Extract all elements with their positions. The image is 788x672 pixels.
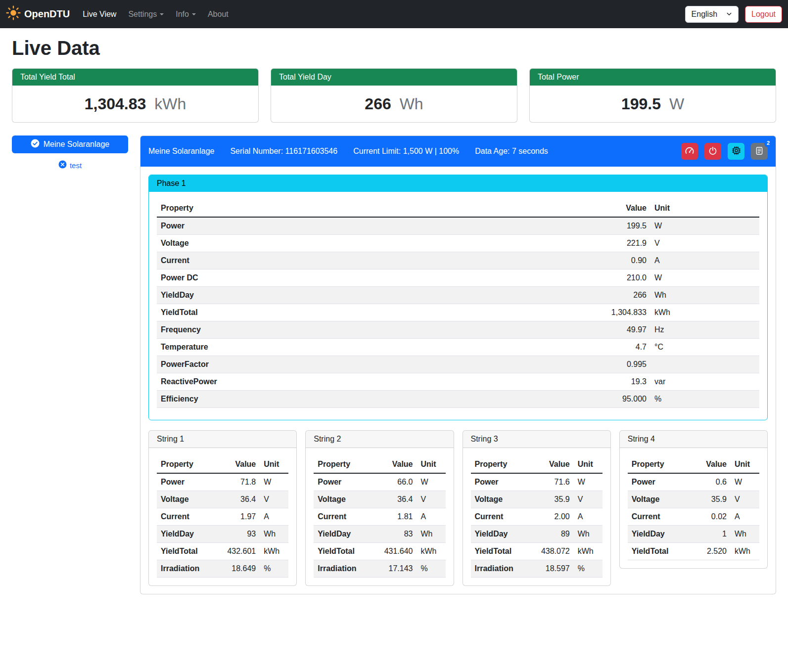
logout-button[interactable]: Logout bbox=[745, 6, 782, 23]
table-header-row: Property Value Unit bbox=[157, 456, 288, 473]
string-card-body: Property Value Unit Power 0.6 bbox=[620, 448, 767, 560]
nav-item-label: Settings bbox=[128, 10, 157, 19]
table-row: Current 2.00 A bbox=[471, 508, 603, 526]
table-row: Power 0.6 W bbox=[628, 473, 759, 491]
brand-name: OpenDTU bbox=[24, 8, 70, 20]
string-card-1: String 1 Property Value Unit bbox=[148, 430, 297, 586]
property-cell: Power bbox=[628, 473, 691, 491]
value-cell: 49.97 bbox=[552, 321, 650, 339]
string-card-title: String 2 bbox=[306, 431, 453, 448]
table-row: YieldTotal 2.520 kWh bbox=[628, 543, 759, 560]
property-cell: YieldDay bbox=[628, 526, 691, 543]
column-header-unit: Unit bbox=[574, 456, 603, 473]
string-table: Property Value Unit Power 71.8 bbox=[157, 456, 288, 578]
unit-cell: W bbox=[731, 473, 759, 491]
string-card-4: String 4 Property Value Unit bbox=[619, 430, 768, 569]
unit-cell: °C bbox=[650, 339, 759, 356]
summary-card-title: Total Yield Total bbox=[12, 69, 258, 86]
table-row: YieldDay 83 Wh bbox=[314, 526, 445, 543]
table-row: Current 0.02 A bbox=[628, 508, 759, 526]
nav-item-info[interactable]: Info bbox=[172, 6, 200, 23]
nav-item-live-view[interactable]: Live View bbox=[79, 6, 120, 23]
property-cell: YieldDay bbox=[157, 287, 552, 304]
property-cell: Irradiation bbox=[157, 560, 220, 578]
table-row: YieldTotal 438.072 kWh bbox=[471, 543, 603, 560]
inverter-select-button[interactable]: Meine Solaranlage bbox=[12, 135, 128, 153]
sidebar-item-test[interactable]: test bbox=[12, 160, 128, 170]
table-row: Current 0.90 A bbox=[157, 252, 759, 269]
table-row: YieldDay 266 Wh bbox=[157, 287, 759, 304]
table-row: Current 1.81 A bbox=[314, 508, 445, 526]
unit-cell: kWh bbox=[731, 543, 759, 560]
table-header-row: Property Value Unit bbox=[314, 456, 445, 473]
property-cell: Power bbox=[157, 473, 220, 491]
unit-cell: W bbox=[650, 269, 759, 287]
nav-item-label: Info bbox=[176, 10, 189, 19]
column-header-unit: Unit bbox=[260, 456, 288, 473]
unit-cell: kWh bbox=[417, 543, 446, 560]
summary-card-total-yield-total: Total Yield Total 1,304.83 kWh bbox=[12, 68, 259, 123]
table-row: Irradiation 17.143 % bbox=[314, 560, 445, 578]
phase-table: Property Value Unit Power 199.5 W bbox=[157, 200, 759, 408]
property-cell: YieldTotal bbox=[157, 543, 220, 560]
inverter-limit: Current Limit: 1,500 W | 100% bbox=[353, 147, 459, 156]
table-row: YieldTotal 432.601 kWh bbox=[157, 543, 288, 560]
property-cell: ReactivePower bbox=[157, 373, 552, 391]
inverter-select-label: Meine Solaranlage bbox=[44, 140, 109, 149]
language-select[interactable]: English bbox=[685, 6, 739, 23]
unit-cell: V bbox=[260, 491, 288, 508]
x-circle-icon[interactable] bbox=[58, 160, 67, 170]
value-cell: 199.5 bbox=[552, 217, 650, 235]
phase-card: Phase 1 Property Value Unit bbox=[148, 175, 768, 420]
nav-item-about[interactable]: About bbox=[204, 6, 232, 23]
nav-item-settings[interactable]: Settings bbox=[124, 6, 168, 23]
unit-cell: kWh bbox=[574, 543, 603, 560]
property-cell: Current bbox=[314, 508, 377, 526]
table-row: Efficiency 95.000 % bbox=[157, 391, 759, 408]
column-header-value: Value bbox=[552, 200, 650, 217]
nav-item-label: Live View bbox=[83, 10, 116, 19]
value-cell: 1.97 bbox=[220, 508, 260, 526]
string-table: Property Value Unit Power 0.6 bbox=[628, 456, 759, 560]
value-cell: 1 bbox=[691, 526, 731, 543]
property-cell: Power bbox=[314, 473, 377, 491]
unit-cell: Wh bbox=[574, 526, 603, 543]
table-header-row: Property Value Unit bbox=[157, 200, 759, 217]
property-cell: Current bbox=[471, 508, 534, 526]
column-header-property: Property bbox=[314, 456, 377, 473]
table-row: Voltage 221.9 V bbox=[157, 235, 759, 252]
property-cell: YieldTotal bbox=[157, 304, 552, 321]
value-cell: 266 bbox=[552, 287, 650, 304]
value-cell: 35.9 bbox=[534, 491, 574, 508]
property-cell: YieldTotal bbox=[471, 543, 534, 560]
string-card-title: String 4 bbox=[620, 431, 767, 448]
value-cell: 2.00 bbox=[534, 508, 574, 526]
table-row: YieldDay 93 Wh bbox=[157, 526, 288, 543]
inverter-name: Meine Solaranlage bbox=[148, 147, 214, 156]
power-control-button[interactable] bbox=[704, 143, 721, 160]
value-cell: 0.6 bbox=[691, 473, 731, 491]
property-cell: Power bbox=[471, 473, 534, 491]
power-icon bbox=[708, 146, 717, 157]
summary-card-total-power: Total Power 199.5 W bbox=[529, 68, 776, 123]
unit-cell: A bbox=[417, 508, 446, 526]
event-log-button[interactable]: 2 bbox=[751, 143, 768, 160]
device-info-button[interactable] bbox=[728, 143, 744, 160]
unit-cell: % bbox=[650, 391, 759, 408]
unit-cell: Wh bbox=[731, 526, 759, 543]
unit-cell: V bbox=[650, 235, 759, 252]
value-cell: 71.6 bbox=[534, 473, 574, 491]
column-header-property: Property bbox=[157, 456, 220, 473]
summary-card-title: Total Power bbox=[530, 69, 776, 86]
property-cell: YieldTotal bbox=[314, 543, 377, 560]
inverter-serial: Serial Number: 116171603546 bbox=[230, 147, 337, 156]
unit-cell: kWh bbox=[650, 304, 759, 321]
limit-settings-button[interactable] bbox=[681, 143, 698, 160]
brand[interactable]: OpenDTU bbox=[6, 5, 70, 23]
page-title: Live Data bbox=[12, 37, 776, 59]
value-cell: 221.9 bbox=[552, 235, 650, 252]
unit-cell: W bbox=[417, 473, 446, 491]
property-cell: Voltage bbox=[157, 235, 552, 252]
table-header-row: Property Value Unit bbox=[471, 456, 603, 473]
column-header-unit: Unit bbox=[650, 200, 759, 217]
